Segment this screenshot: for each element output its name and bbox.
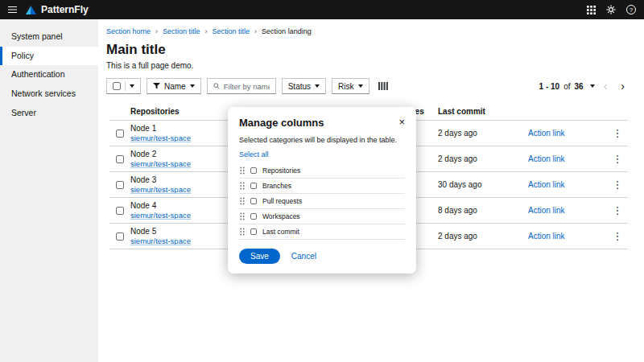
masthead: PatternFly ? [0,0,644,19]
status-dropdown[interactable]: Status [282,78,326,94]
last-commit-value: 30 days ago [438,180,528,189]
modal-description: Selected categories will be displayed in… [239,136,405,144]
divider [125,81,126,91]
patternfly-logo-icon [25,5,37,15]
row-checkbox[interactable] [116,181,124,189]
help-icon[interactable]: ? [626,5,636,14]
caret-down-icon [358,84,363,88]
kebab-menu-icon[interactable]: ⋮ [613,231,623,241]
drag-handle-icon[interactable] [240,212,245,220]
column-list-item: Repositories [239,163,405,179]
column-list-item: Branches [239,179,405,194]
drag-handle-icon[interactable] [240,228,245,236]
sidebar-item-policy[interactable]: Policy [0,47,98,66]
action-link[interactable]: Action link [528,154,565,163]
manage-columns-modal: Manage columns × Selected categories wil… [228,107,416,274]
modal-title: Manage columns [239,117,324,129]
settings-gear-icon[interactable] [606,5,616,14]
select-all-link[interactable]: Select all [239,150,269,158]
apps-grid-icon[interactable] [587,6,596,14]
breadcrumb-link[interactable]: Section title [213,27,250,35]
breadcrumb: Section home›Section title›Section title… [106,27,634,35]
prev-page-icon[interactable]: ‹ [599,80,613,92]
caret-down-icon [315,84,320,88]
kebab-menu-icon[interactable]: ⋮ [613,128,623,138]
column-item-label: Last commit [262,228,299,236]
column-checkbox[interactable] [250,183,257,189]
status-label: Status [288,82,311,91]
name-filter-dropdown[interactable]: Name [147,78,201,94]
search-input[interactable] [224,82,270,91]
column-checkbox[interactable] [250,213,257,220]
search-box[interactable] [207,78,276,94]
bulk-select-checkbox[interactable] [113,82,121,90]
last-commit-value: 2 days ago [438,232,528,241]
toolbar: Name Status Risk [106,78,634,94]
action-link[interactable]: Action link [528,129,565,138]
search-icon [213,82,220,90]
brand: PatternFly [25,4,89,15]
row-checkbox[interactable] [116,130,124,138]
kebab-menu-icon[interactable]: ⋮ [613,154,623,164]
sidebar-item-authentication[interactable]: Authentication [0,65,98,84]
row-checkbox[interactable] [116,232,124,241]
column-item-label: Branches [262,182,291,190]
close-icon[interactable]: × [398,117,405,127]
drag-handle-icon[interactable] [240,197,245,205]
next-page-icon[interactable]: › [616,80,630,92]
column-checkbox[interactable] [250,167,257,174]
drag-handle-icon[interactable] [240,182,245,190]
filter-icon [153,83,160,89]
pagination-of-label: of [564,82,570,91]
save-button[interactable]: Save [239,249,280,264]
column-checkbox[interactable] [250,198,257,204]
column-item-label: Workspaces [262,212,300,220]
sidebar-item-network-services[interactable]: Network services [0,84,98,104]
column-item-label: Pull requests [262,197,302,205]
caret-down-icon [190,84,195,88]
column-checkbox[interactable] [250,228,257,235]
pagination-range: 1 - 10 [539,82,560,91]
manage-columns-button[interactable] [375,80,391,92]
name-filter-label: Name [164,82,186,91]
cancel-link[interactable]: Cancel [291,252,316,261]
row-checkbox[interactable] [116,155,124,163]
pagination-total: 36 [575,82,584,91]
risk-label: Risk [338,82,353,91]
last-commit-value: 2 days ago [438,154,528,163]
breadcrumb-separator-icon: › [205,27,208,35]
last-commit-value: 2 days ago [438,129,528,138]
sidebar-item-system-panel[interactable]: System panel [0,27,98,47]
column-list-item: Pull requests [239,194,405,209]
menu-toggle-icon[interactable] [8,6,17,14]
column-list-item: Last commit [239,224,405,240]
breadcrumb-link[interactable]: Section title [163,27,200,35]
sidebar-item-server[interactable]: Server [0,104,98,123]
drag-handle-icon[interactable] [240,167,245,175]
column-item-label: Repositories [262,167,300,175]
row-checkbox[interactable] [116,207,124,215]
breadcrumb-separator-icon: › [155,27,158,35]
caret-down-icon [130,84,134,88]
pagination-menu-caret-icon[interactable] [590,84,595,88]
column-list: Repositories Branches Pull requests [239,163,405,240]
columns-icon [378,82,388,90]
masthead-utilities: ? [587,5,636,14]
action-link[interactable]: Action link [528,206,565,215]
kebab-menu-icon[interactable]: ⋮ [613,205,623,216]
page-subtitle: This is a full page demo. [106,61,634,70]
breadcrumb-separator-icon: › [254,27,257,35]
kebab-menu-icon[interactable]: ⋮ [613,179,623,190]
action-link[interactable]: Action link [528,180,565,189]
brand-name: PatternFly [41,4,89,15]
last-commit-value: 8 days ago [438,206,528,215]
column-list-item: Workspaces [239,209,405,224]
page-title: Main title [106,42,634,58]
action-link[interactable]: Action link [528,232,565,241]
breadcrumb-link[interactable]: Section home [106,27,151,35]
risk-dropdown[interactable]: Risk [332,78,369,94]
sidebar: System panelPolicyAuthenticationNetwork … [0,19,98,362]
bulk-select-dropdown[interactable] [106,78,141,94]
breadcrumb-current: Section landing [262,27,312,35]
column-header-last-commit[interactable]: Last commit [438,107,528,116]
